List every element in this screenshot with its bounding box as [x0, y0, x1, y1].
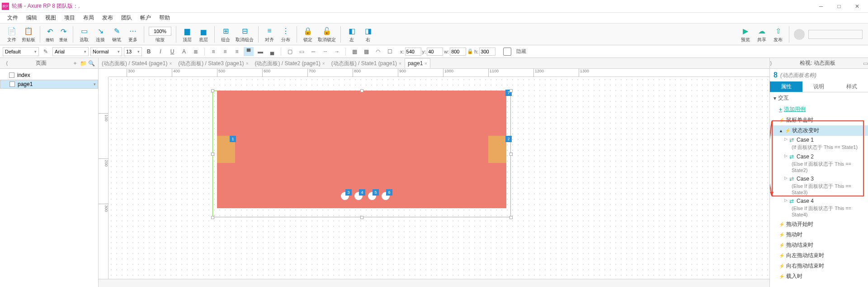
align-left-button[interactable]: ≡ — [208, 47, 218, 56]
event-onstatechange[interactable]: ▲⚡状态改变时 — [770, 125, 868, 136]
tab-page1[interactable]: page1× — [405, 58, 430, 68]
tb-select[interactable]: ▭选取 — [77, 24, 91, 44]
footnote-badge[interactable]: 4 — [359, 189, 365, 196]
italic-button[interactable]: I — [156, 47, 165, 56]
maximize-button[interactable]: □ — [830, 1, 848, 12]
tb-publish[interactable]: ⇧发布 — [771, 24, 785, 44]
menu-layout[interactable]: 布局 — [80, 13, 98, 23]
bullets-button[interactable]: ≣ — [191, 47, 201, 56]
tb-connect[interactable]: ↘连接 — [93, 24, 108, 44]
case-item[interactable]: ▷⇄Case 4 — [770, 197, 868, 205]
menu-team[interactable]: 团队 — [118, 13, 136, 23]
insp-tab-style[interactable]: 样式 — [835, 81, 868, 92]
menu-help[interactable]: 帮助 — [156, 13, 174, 23]
weight-select[interactable]: Normal — [90, 47, 122, 56]
style-apply-icon[interactable]: ✎ — [41, 47, 51, 56]
shadow-outer-button[interactable]: ▦ — [349, 47, 359, 56]
corner-button[interactable]: ◠ — [373, 47, 383, 56]
hidden-checkbox[interactable] — [499, 48, 515, 56]
footnote-badge[interactable]: 6 — [386, 189, 392, 196]
user-field[interactable] — [808, 30, 863, 39]
tab-state1[interactable]: (动态面板) / State1 (page1)× — [328, 58, 405, 68]
tb-left[interactable]: ◧左 — [344, 24, 359, 44]
add-folder-icon[interactable]: 📁 — [79, 59, 87, 67]
valign-top-button[interactable]: ▀ — [244, 47, 254, 56]
linestyle-button[interactable]: ┄ — [320, 47, 330, 56]
tb-right[interactable]: ◨右 — [361, 24, 375, 44]
tb-group[interactable]: ⊞组合 — [218, 24, 233, 44]
footnote-badge[interactable]: 2 — [505, 136, 512, 142]
menu-file[interactable]: 文件 — [4, 13, 22, 23]
pane-collapse-icon[interactable]: ⟨ — [3, 59, 11, 67]
arrow-button[interactable]: → — [332, 47, 342, 56]
widget-name-input[interactable]: (动态面板名称) — [780, 72, 816, 79]
style-select[interactable]: Default — [3, 47, 39, 56]
insp-tab-properties[interactable]: 属性 — [770, 81, 802, 92]
event-onswiperight[interactable]: ⚡向右拖动结束时 — [770, 261, 868, 271]
padding-button[interactable]: ☐ — [385, 47, 395, 56]
size-select[interactable]: 13 — [124, 47, 142, 56]
tab-state2[interactable]: (动态面板) / State2 (page1)× — [251, 58, 328, 68]
add-case-link[interactable]: 添加用例 — [770, 104, 868, 115]
tb-back[interactable]: ▅底层 — [196, 24, 211, 44]
user-avatar[interactable] — [794, 29, 805, 40]
fill-button[interactable]: ▢ — [285, 47, 295, 56]
insp-tab-notes[interactable]: 说明 — [802, 81, 835, 92]
tb-distribute[interactable]: ⋮分布 — [278, 24, 293, 44]
tb-front[interactable]: ▆顶层 — [180, 24, 194, 44]
tb-lock[interactable]: 🔒锁定 — [301, 24, 315, 44]
linewidth-button[interactable]: ─ — [308, 47, 318, 56]
close-icon[interactable]: × — [399, 61, 401, 66]
tb-preview[interactable]: ▶预览 — [738, 24, 753, 44]
menu-view[interactable]: 视图 — [42, 13, 60, 23]
close-icon[interactable]: × — [322, 61, 325, 66]
menu-publish[interactable]: 发布 — [99, 13, 117, 23]
close-button[interactable]: ✕ — [848, 1, 866, 12]
event-onswipeleft[interactable]: ⚡向左拖动结束时 — [770, 250, 868, 261]
footnote-badge[interactable]: 3 — [345, 189, 352, 196]
tb-file[interactable]: 📄文件 — [5, 24, 19, 44]
x-input[interactable] — [405, 48, 421, 56]
case-item[interactable]: ▷⇄Case 1 — [770, 136, 868, 144]
close-icon[interactable]: × — [169, 61, 172, 66]
tb-align[interactable]: ≡对齐 — [262, 24, 277, 44]
canvas[interactable]: 1 2 3 4 5 6 7 — [108, 77, 769, 287]
add-page-icon[interactable]: + — [71, 59, 79, 67]
align-center-button[interactable]: ≡ — [220, 47, 230, 56]
linecolor-button[interactable]: ▭ — [297, 47, 307, 56]
bold-button[interactable]: B — [144, 47, 154, 56]
y-input[interactable] — [427, 48, 443, 56]
event-ondrag[interactable]: ⚡拖动时 — [770, 230, 868, 240]
tb-unlock[interactable]: 🔓取消锁定 — [317, 24, 337, 44]
font-select[interactable]: Arial — [52, 47, 89, 56]
tb-share[interactable]: ☁共享 — [755, 24, 769, 44]
close-icon[interactable]: × — [246, 61, 249, 66]
minimize-button[interactable]: ─ — [812, 1, 830, 12]
menu-account[interactable]: 帐户 — [137, 13, 155, 23]
shadow-inner-button[interactable]: ▩ — [361, 47, 371, 56]
event-ondragend[interactable]: ⚡拖动结束时 — [770, 240, 868, 250]
tb-more[interactable]: ⋯更多 — [126, 24, 140, 44]
close-icon[interactable]: × — [425, 61, 427, 66]
footnote-badge[interactable]: 5 — [373, 189, 379, 196]
tb-undo[interactable]: ↶撤销 — [44, 24, 56, 44]
menu-project[interactable]: 项目 — [61, 13, 79, 23]
case-item[interactable]: ▷⇄Case 3 — [770, 175, 868, 183]
interactions-section-header[interactable]: ▾ 交互 — [770, 92, 868, 104]
textcolor-button[interactable]: A — [179, 47, 189, 56]
tb-ungroup[interactable]: ⊟取消组合 — [235, 24, 255, 44]
tab-state3[interactable]: (动态面板) / State3 (page1)× — [175, 58, 251, 68]
valign-bot-button[interactable]: ▄ — [267, 47, 277, 56]
page-item-index[interactable]: index — [0, 71, 98, 80]
valign-mid-button[interactable]: ▬ — [255, 47, 265, 56]
event-onclick[interactable]: ⚡鼠标单击时 — [770, 115, 868, 125]
tb-redo[interactable]: ↷重做 — [57, 24, 69, 44]
case-item[interactable]: ▷⇄Case 2 — [770, 153, 868, 161]
h-input[interactable] — [479, 48, 495, 56]
right-orange-rect[interactable] — [488, 136, 506, 163]
search-icon[interactable]: 🔍 — [87, 59, 95, 67]
page-item-page1[interactable]: page1 — [0, 80, 98, 89]
tb-zoom[interactable]: 缩放 — [148, 24, 172, 44]
tb-clipboard[interactable]: 📋剪贴板 — [21, 24, 36, 44]
zoom-input[interactable] — [149, 27, 171, 36]
